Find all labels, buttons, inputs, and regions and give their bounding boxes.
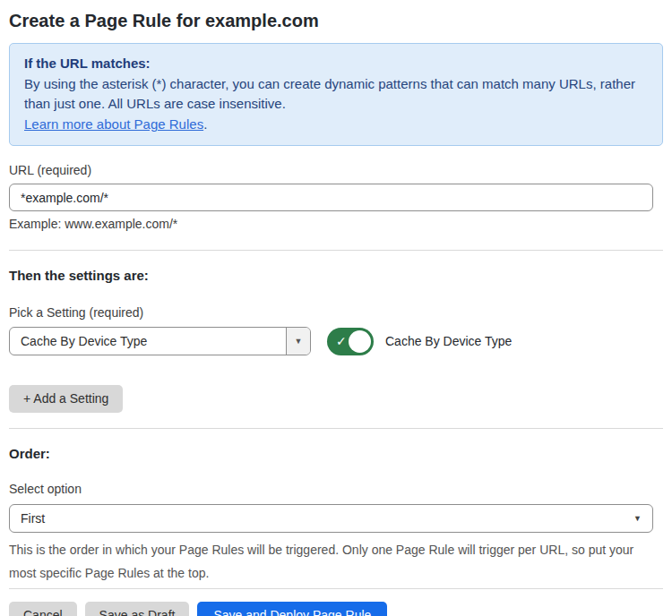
setting-picker-value: Cache By Device Type — [10, 334, 286, 348]
info-link-line: Learn more about Page Rules. — [24, 115, 648, 134]
url-input[interactable] — [9, 184, 653, 211]
divider — [9, 250, 663, 251]
url-label: URL (required) — [9, 163, 663, 178]
setting-picker-label: Pick a Setting (required) — [9, 305, 663, 321]
order-helper: This is the order in which your Page Rul… — [9, 538, 653, 585]
order-select-label: Select option — [9, 482, 663, 497]
setting-picker-select[interactable]: Cache By Device Type ▼ — [9, 327, 311, 355]
save-deploy-button[interactable]: Save and Deploy Page Rule — [197, 602, 387, 616]
check-icon: ✓ — [336, 335, 347, 347]
chevron-down-icon: ▼ — [295, 338, 303, 346]
footer-actions: Cancel Save as Draft Save and Deploy Pag… — [9, 602, 663, 616]
url-helper: Example: www.example.com/* — [9, 217, 663, 232]
chevron-down-icon: ▼ — [633, 515, 642, 523]
order-select[interactable]: First ▼ — [9, 504, 653, 533]
info-box-heading: If the URL matches: — [24, 54, 648, 73]
toggle-knob — [349, 330, 371, 353]
link-suffix: . — [203, 116, 207, 132]
setting-row: Cache By Device Type ▼ ✓ Cache By Device… — [9, 327, 663, 355]
order-select-value: First — [10, 511, 652, 526]
divider — [9, 588, 663, 589]
cancel-button[interactable]: Cancel — [9, 602, 77, 616]
toggle-label: Cache By Device Type — [385, 334, 512, 348]
learn-more-link[interactable]: Learn more about Page Rules — [24, 116, 203, 132]
info-box-body: By using the asterisk (*) character, you… — [24, 74, 648, 114]
save-draft-button[interactable]: Save as Draft — [85, 602, 190, 616]
page-title: Create a Page Rule for example.com — [9, 9, 663, 32]
add-setting-button[interactable]: + Add a Setting — [9, 385, 123, 413]
url-match-info-box: If the URL matches: By using the asteris… — [9, 43, 663, 146]
settings-heading: Then the settings are: — [9, 267, 663, 284]
page-rule-form: Create a Page Rule for example.com If th… — [0, 9, 672, 616]
cache-device-toggle[interactable]: ✓ — [327, 328, 374, 355]
order-heading: Order: — [9, 445, 663, 462]
dropdown-arrow-button[interactable]: ▼ — [286, 328, 310, 355]
divider — [9, 428, 663, 429]
